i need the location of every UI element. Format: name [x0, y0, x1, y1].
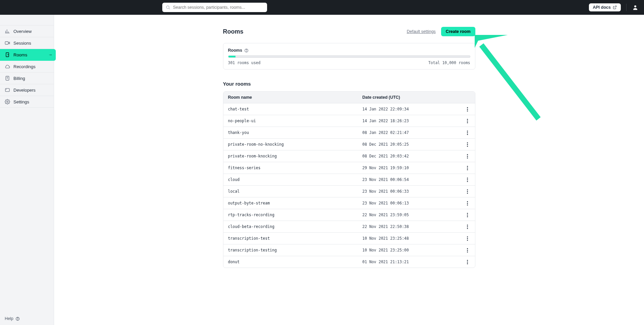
room-name: no-people-ui: [228, 119, 362, 123]
svg-point-6: [8, 54, 8, 55]
bar-chart-icon: [5, 29, 10, 34]
row-menu-button[interactable]: [465, 177, 470, 182]
room-name: cloud: [228, 177, 362, 182]
page-title: Rooms: [223, 28, 244, 35]
row-menu-button[interactable]: [465, 153, 470, 159]
table-row[interactable]: private-room-no-knocking 08 Dec 2021 20:…: [223, 139, 475, 150]
api-docs-button[interactable]: API docs: [589, 3, 621, 11]
table-row[interactable]: no-people-ui 14 Jan 2022 18:26:23: [223, 115, 475, 127]
sidebar-item-recordings[interactable]: Recordings: [0, 61, 54, 73]
table-row[interactable]: fitness-series 29 Nov 2021 19:59:10: [223, 162, 475, 174]
column-header-date: Date created (UTC): [362, 95, 457, 100]
svg-point-16: [246, 51, 247, 51]
usage-progress-fill: [228, 56, 236, 57]
help-icon: [15, 317, 20, 321]
help-link[interactable]: Help: [0, 312, 54, 325]
room-name: private-room-no-knocking: [228, 142, 362, 147]
room-date: 29 Nov 2021 19:59:10: [362, 166, 457, 170]
room-name: transcription-test: [228, 236, 362, 241]
room-date: 22 Nov 2021 23:59:05: [362, 213, 457, 217]
room-date: 08 Dec 2021 20:05:25: [362, 142, 457, 147]
row-menu-button[interactable]: [465, 200, 470, 206]
table-row[interactable]: cloud 23 Nov 2021 00:06:54: [223, 174, 475, 186]
search-input[interactable]: [173, 5, 264, 10]
sidebar-logo-area: [0, 15, 54, 26]
usage-card-title: Rooms: [228, 48, 242, 53]
svg-point-11: [6, 89, 6, 90]
row-menu-button[interactable]: [465, 165, 470, 171]
main-content: Rooms Default settings Create room Rooms…: [54, 15, 644, 325]
table-row[interactable]: rtp-tracks-recording 22 Nov 2021 23:59:0…: [223, 209, 475, 221]
sidebar-item-label: Overview: [13, 29, 32, 34]
row-menu-button[interactable]: [465, 130, 470, 135]
table-row[interactable]: chat-test 14 Jan 2022 22:09:34: [223, 103, 475, 115]
table-row[interactable]: donut 01 Nov 2021 21:13:21: [223, 256, 475, 268]
sidebar-item-rooms[interactable]: Rooms →: [0, 49, 56, 61]
topbar-divider: [626, 4, 627, 11]
sidebar-item-settings[interactable]: Settings: [0, 96, 54, 108]
rooms-usage-card: Rooms 301 rooms used Total 10,000 rooms: [223, 43, 475, 69]
svg-point-3: [634, 5, 636, 7]
room-name: thank-you: [228, 130, 362, 135]
table-row[interactable]: output-byte-stream 23 Nov 2021 00:06:13: [223, 197, 475, 209]
svg-point-0: [166, 6, 169, 8]
video-icon: [5, 40, 10, 46]
default-settings-link[interactable]: Default settings: [407, 29, 436, 34]
room-date: 01 Nov 2021 21:13:21: [362, 260, 457, 264]
gear-icon: [5, 99, 10, 104]
annotation-arrow-icon: [475, 35, 542, 122]
row-menu-button[interactable]: [465, 212, 470, 218]
table-row[interactable]: private-room-knocking 08 Dec 2021 20:03:…: [223, 150, 475, 162]
row-menu-button[interactable]: [465, 247, 470, 253]
global-search[interactable]: [162, 3, 267, 12]
rooms-table: Room name Date created (UTC) chat-test 1…: [223, 91, 475, 268]
help-label: Help: [5, 316, 13, 321]
row-menu-button[interactable]: [465, 236, 470, 241]
cloud-icon: [5, 64, 10, 69]
receipt-icon: [5, 76, 10, 81]
topbar: API docs: [0, 0, 644, 15]
svg-rect-4: [5, 42, 8, 44]
account-menu-button[interactable]: [632, 4, 639, 11]
user-icon: [632, 4, 638, 10]
sidebar-item-billing[interactable]: Billing: [0, 73, 54, 84]
window-icon: [5, 87, 10, 93]
sidebar-item-developers[interactable]: Developers: [0, 84, 54, 96]
room-date: 08 Jan 2022 02:21:47: [362, 130, 457, 135]
column-header-name: Room name: [228, 95, 362, 100]
your-rooms-title: Your rooms: [223, 81, 475, 87]
svg-line-1: [169, 8, 170, 9]
usage-progress-bar: [228, 55, 470, 58]
table-row[interactable]: cloud-beta-recording 22 Nov 2021 22:50:3…: [223, 221, 475, 233]
room-name: local: [228, 189, 362, 194]
table-row[interactable]: transcription-test 10 Nov 2021 23:25:48: [223, 233, 475, 244]
sidebar-item-overview[interactable]: Overview: [0, 26, 54, 37]
row-menu-button[interactable]: [465, 189, 470, 194]
info-icon[interactable]: [244, 48, 249, 53]
svg-rect-10: [5, 88, 9, 91]
sidebar-item-label: Developers: [13, 88, 36, 93]
table-row[interactable]: thank-you 08 Jan 2022 02:21:47: [223, 127, 475, 139]
page-header: Rooms Default settings Create room: [223, 27, 475, 36]
table-row[interactable]: transcription-testing 10 Nov 2021 23:25:…: [223, 244, 475, 256]
room-name: cloud-beta-recording: [228, 224, 362, 229]
table-header: Room name Date created (UTC): [223, 92, 475, 103]
sidebar-item-label: Sessions: [13, 41, 31, 46]
row-menu-button[interactable]: [465, 118, 470, 124]
sidebar-item-label: Recordings: [13, 64, 36, 69]
sidebar-item-sessions[interactable]: Sessions: [0, 37, 54, 49]
row-menu-button[interactable]: [465, 142, 470, 147]
row-menu-button[interactable]: [465, 224, 470, 229]
room-name: rtp-tracks-recording: [228, 213, 362, 217]
sidebar-item-label: Settings: [13, 99, 29, 104]
row-menu-button[interactable]: [465, 106, 470, 112]
external-link-icon: [613, 5, 617, 9]
row-menu-button[interactable]: [465, 259, 470, 265]
table-row[interactable]: local 23 Nov 2021 00:06:33: [223, 186, 475, 197]
room-date: 10 Nov 2021 23:25:00: [362, 248, 457, 252]
room-date: 14 Jan 2022 22:09:34: [362, 107, 457, 111]
api-docs-label: API docs: [593, 5, 611, 10]
svg-point-14: [17, 319, 18, 320]
usage-total-label: Total 10,000 rooms: [428, 60, 470, 65]
create-room-button[interactable]: Create room: [441, 27, 475, 36]
